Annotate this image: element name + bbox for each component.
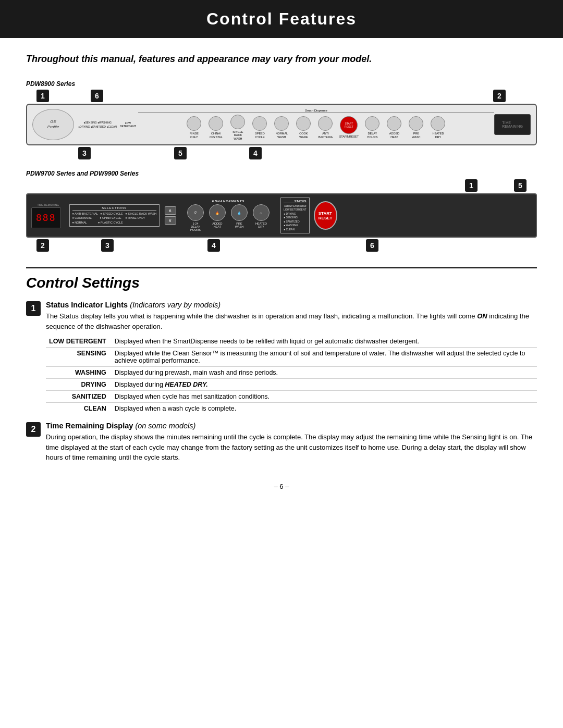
rack-btn: SINGLERACKWASH: [228, 115, 248, 141]
start-reset-9700[interactable]: STARTRESET: [314, 201, 337, 230]
anti-btn: ANTIBACTERIA: [315, 116, 335, 139]
added-heat-btn-8900: ADDEDHEAT: [384, 116, 404, 139]
selections-box-9700: SELECTIONS ● ANTI-BACTERIAL ● SPEED CYCL…: [69, 204, 160, 227]
series-9700-label: PDW9700 Series and PDW9900 Series: [26, 170, 537, 177]
detail-table-1: LOW DETERGENT Displayed when the SmartDi…: [46, 336, 537, 414]
setting-item-1: 1 Status Indicator Lights (Indicators va…: [26, 301, 537, 414]
callout-1-8900: 1: [36, 90, 49, 102]
setting-title-italic-2: (on some models): [135, 422, 195, 430]
label-clean: CLEAN: [46, 403, 112, 415]
added-heat-btn[interactable]: 🔥 ADDEDHEAT: [207, 204, 227, 231]
normal-btn: NORMALWASH: [272, 116, 291, 139]
setting-desc-1: The Status display tells you what is hap…: [46, 311, 537, 331]
ge-profile-logo: GEProfile: [32, 109, 74, 140]
text-drying: Displayed during HEATED DRY.: [112, 379, 537, 391]
intro-text: Throughout this manual, features and app…: [26, 54, 537, 65]
text-clean: Displayed when a wash cycle is complete.: [112, 403, 537, 415]
start-8900-btn[interactable]: STARTRESET START/RESET: [337, 116, 360, 139]
diagram-8900: PDW8900 Series 1 6 2 GEProfile: [26, 80, 537, 159]
text-sensing: Displayed while the Clean Sensor™ is mea…: [112, 348, 537, 367]
setting-content-2: Time Remaining Display (on some models) …: [46, 422, 537, 467]
setting-title-1: Status Indicator Lights (Indicators vary…: [46, 301, 537, 309]
callout-3-9700: 3: [101, 239, 114, 252]
text-low-detergent: Displayed when the SmartDispense needs t…: [112, 336, 537, 348]
table-row: SANITIZED Displayed when cycle has met s…: [46, 391, 537, 403]
label-washing: WASHING: [46, 367, 112, 379]
label-low-detergent: LOW DETERGENT: [46, 336, 112, 348]
speed-btn: SPEEDCYCLE: [250, 116, 270, 139]
text-washing: Displayed during prewash, main wash and …: [112, 367, 537, 379]
control-settings-section: Control Settings 1 Status Indicator Ligh…: [26, 267, 537, 467]
pre-wash-btn[interactable]: 💧 PREWASH: [229, 204, 249, 231]
series-8900-label: PDW8900 Series: [26, 80, 537, 88]
setting-title-bold-1: Status Indicator Lights: [46, 301, 128, 309]
china-btn: CHINA/CRYSTAL: [206, 116, 226, 139]
table-row: DRYING Displayed during HEATED DRY.: [46, 379, 537, 391]
panel-9700: TIME REMAINING 888 SELECTIONS ● ANTI-BAC…: [26, 193, 537, 238]
callout-4-8900: 4: [249, 147, 262, 159]
delay-hours-btn[interactable]: ⏱ 1-24DELAYHOURS: [186, 204, 205, 231]
callout-5-8900: 5: [174, 147, 187, 159]
setting-item-2: 2 Time Remaining Display (on some models…: [26, 422, 537, 467]
diagram-9700: PDW9700 Series and PDW9900 Series 1 5 TI…: [26, 170, 537, 252]
page-header: Control Features: [0, 0, 563, 38]
callout-2-9700: 2: [36, 239, 49, 252]
heated-dry-btn-8900: HEATEDDRY: [428, 116, 448, 139]
delay-btn-8900: DELAYHOURS: [362, 116, 382, 139]
label-drying: DRYING: [46, 379, 112, 391]
setting-number-2: 2: [26, 422, 41, 437]
setting-number-1: 1: [26, 301, 41, 316]
callout-3-8900: 3: [78, 147, 91, 159]
heated-dry-btn[interactable]: ♨ HEATEDDRY: [251, 204, 271, 231]
table-row: WASHING Displayed during prewash, main w…: [46, 367, 537, 379]
panel-8900: GEProfile ●SENSING ●WASHING ●DRYING ●SAN…: [26, 104, 537, 145]
setting-title-italic-1: (Indicators vary by models): [130, 301, 221, 309]
setting-title-bold-2: Time Remaining Display: [46, 422, 133, 430]
table-row: SENSING Displayed while the Clean Sensor…: [46, 348, 537, 367]
setting-content-1: Status Indicator Lights (Indicators vary…: [46, 301, 537, 414]
segment-display-9700: 888: [31, 207, 61, 228]
callout-4-9700: 4: [207, 239, 220, 252]
time-display-8900: TIMEREMAINING: [494, 114, 531, 135]
arrow-up[interactable]: ∧: [165, 206, 176, 215]
page-title: Control Features: [21, 9, 542, 29]
arrow-down[interactable]: ∨: [165, 216, 176, 225]
section-title: Control Settings: [26, 275, 537, 291]
callout-5-9700: 5: [514, 179, 527, 192]
setting-title-2: Time Remaining Display (on some models): [46, 422, 537, 430]
pre-wash-btn-8900: PREWASH: [406, 116, 426, 139]
page-number: – 6 –: [26, 483, 537, 490]
enhancements-box-9700: ⏱ 1-24DELAYHOURS 🔥 ADDEDHEAT 💧 PREWASH: [186, 204, 271, 231]
label-sensing: SENSING: [46, 348, 112, 367]
callout-6-8900: 6: [91, 90, 103, 102]
arrow-buttons-9700: ∧ ∨: [165, 206, 176, 225]
status-box-9700: STATUS Smart Dispense LOW DETERGENT ● DR…: [280, 198, 310, 233]
callout-2-8900: 2: [493, 90, 506, 102]
callout-1-9700: 1: [465, 179, 478, 192]
label-sanitized: SANITIZED: [46, 391, 112, 403]
text-sanitized: Displayed when cycle has met sanitizatio…: [112, 391, 537, 403]
diagrams-section: PDW8900 Series 1 6 2 GEProfile: [26, 80, 537, 252]
cook-btn: COOKWARE: [293, 116, 313, 139]
table-row: CLEAN Displayed when a wash cycle is com…: [46, 403, 537, 415]
callout-6-9700: 6: [366, 239, 378, 252]
setting-desc-2: During operation, the display shows the …: [46, 432, 537, 463]
rinse-only-btn: RINSEONLY: [184, 116, 204, 139]
table-row: LOW DETERGENT Displayed when the SmartDi…: [46, 336, 537, 348]
